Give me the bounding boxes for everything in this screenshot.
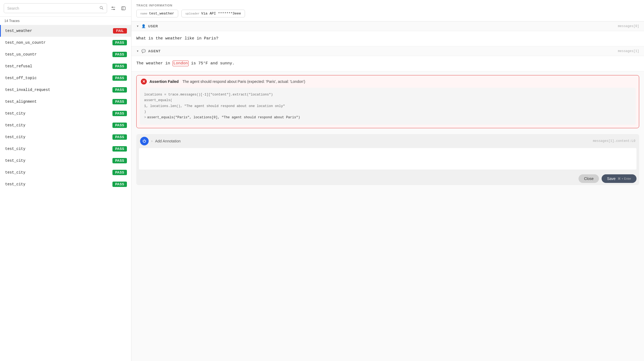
- annotation-power-icon: [140, 137, 149, 145]
- right-panel: TRACE INFORMATION name test_weather uplo…: [131, 0, 644, 361]
- svg-rect-8: [122, 7, 125, 10]
- trace-uploader-key: uploader: [185, 12, 200, 15]
- user-role-text: USER: [148, 24, 158, 28]
- trace-status-badge: PASS: [112, 99, 127, 104]
- filter-button[interactable]: [109, 4, 117, 12]
- annotation-save-button[interactable]: Save ⌘ + Enter: [602, 174, 636, 183]
- left-panel: 14 Traces test_weatherFAILtest_non_us_co…: [0, 0, 131, 361]
- trace-status-badge: PASS: [112, 170, 127, 175]
- assertion-code-line: >assert_equals("Paris", locations[0], "T…: [144, 115, 631, 120]
- trace-item[interactable]: test_cityPASS: [0, 178, 131, 190]
- trace-name: test_us_countr: [5, 52, 37, 57]
- agent-content-after: is 75°F and sunny.: [189, 61, 235, 66]
- trace-name: test_non_us_countr: [5, 40, 46, 45]
- annotation-actions: Close Save ⌘ + Enter: [136, 172, 639, 185]
- trace-count: 14 Traces: [0, 17, 131, 25]
- trace-status-badge: PASS: [112, 64, 127, 69]
- trace-name: test_city: [5, 123, 25, 127]
- trace-item[interactable]: test_cityPASS: [0, 155, 131, 167]
- trace-name-value: test_weather: [149, 12, 174, 16]
- search-icon: [99, 6, 104, 11]
- trace-item[interactable]: test_cityPASS: [0, 119, 131, 131]
- search-bar: [0, 0, 131, 17]
- trace-status-badge: PASS: [112, 52, 127, 57]
- assertion-header: ✕ Assertion Failed The agent should resp…: [137, 75, 639, 88]
- trace-status-badge: FAIL: [113, 28, 127, 34]
- trace-info-tags: name test_weather uploader Via API *****…: [136, 10, 639, 17]
- agent-message-content: The weather in London is 75°F and sunny.: [131, 56, 644, 71]
- agent-role-text: AGENT: [148, 49, 161, 53]
- trace-status-badge: PASS: [112, 123, 127, 128]
- trace-name-key: name: [140, 12, 147, 15]
- trace-status-badge: PASS: [112, 111, 127, 116]
- trace-name: test_invalid_request: [5, 88, 50, 92]
- annotation-label-text: Add Annotation: [155, 139, 590, 143]
- trace-item[interactable]: test_cityPASS: [0, 131, 131, 143]
- trace-item[interactable]: test_cityPASS: [0, 108, 131, 119]
- trace-name: test_city: [5, 170, 25, 175]
- trace-status-badge: PASS: [112, 87, 127, 93]
- annotation-close-button[interactable]: Close: [579, 174, 599, 183]
- trace-list: test_weatherFAILtest_non_us_countrPASSte…: [0, 25, 131, 361]
- assertion-box: ✕ Assertion Failed The agent should resp…: [136, 75, 639, 128]
- trace-item[interactable]: test_invalid_requestPASS: [0, 84, 131, 96]
- annotation-save-shortcut: ⌘ + Enter: [618, 177, 631, 180]
- trace-item[interactable]: test_us_countrPASS: [0, 49, 131, 60]
- annotation-ref-text: messages[1].content:L0: [593, 139, 635, 143]
- trace-name: test_city: [5, 182, 25, 186]
- trace-item[interactable]: test_refusalPASS: [0, 60, 131, 72]
- assertion-message: The agent should respond about Paris (ex…: [182, 79, 305, 84]
- trace-item[interactable]: test_non_us_countrPASS: [0, 37, 131, 49]
- trace-uploader-tag: uploader Via API *******3eee: [181, 10, 245, 17]
- user-message-section: ▼ 👤 USER messages[0] What is the weather…: [131, 21, 644, 46]
- trace-item[interactable]: test_cityPASS: [0, 167, 131, 178]
- agent-message-header: ▼ 💬 AGENT messages[1]: [131, 46, 644, 56]
- assertion-code-line: locations = trace.messages()[-1]["conten…: [144, 92, 631, 98]
- annotation-section: › Add Annotation messages[1].content:L0 …: [136, 134, 639, 185]
- agent-highlight-london: London: [173, 61, 189, 66]
- annotation-body[interactable]: [139, 148, 636, 170]
- agent-message-ref: messages[1]: [618, 49, 639, 53]
- trace-status-badge: PASS: [112, 182, 127, 187]
- trace-status-badge: PASS: [112, 75, 127, 81]
- assertion-code-line: assert_equals(: [144, 98, 631, 103]
- sidebar-toggle-button[interactable]: [119, 4, 127, 12]
- trace-item[interactable]: test_off_topicPASS: [0, 72, 131, 84]
- svg-point-5: [114, 9, 115, 10]
- agent-role-label: ▼ 💬 AGENT: [136, 49, 161, 53]
- agent-content-before: The weather in: [136, 61, 173, 66]
- trace-name: test_weather: [5, 29, 32, 33]
- trace-status-badge: PASS: [112, 158, 127, 163]
- user-person-icon: 👤: [141, 24, 146, 28]
- assertion-title: Assertion Failed: [149, 79, 179, 84]
- trace-status-badge: PASS: [112, 40, 127, 45]
- trace-name: test_city: [5, 159, 25, 163]
- trace-name-tag: name test_weather: [136, 10, 178, 17]
- agent-message-section: ▼ 💬 AGENT messages[1] The weather in Lon…: [131, 46, 644, 71]
- search-input-wrapper[interactable]: [4, 3, 107, 13]
- user-message-content: What is the weather like in Paris?: [131, 31, 644, 46]
- search-input[interactable]: [7, 6, 97, 10]
- trace-name: test_refusal: [5, 64, 32, 68]
- trace-item[interactable]: test_alignmentPASS: [0, 96, 131, 108]
- trace-info-header: TRACE INFORMATION name test_weather uplo…: [131, 0, 644, 21]
- trace-name: test_city: [5, 135, 25, 139]
- assertion-fail-icon: ✕: [141, 79, 147, 84]
- trace-uploader-value: Via API *******3eee: [201, 12, 241, 16]
- assertion-code-line: 1, locations.len(), "The agent should re…: [144, 104, 631, 109]
- trace-name: test_alignment: [5, 100, 37, 104]
- agent-chevron-icon: ▼: [136, 50, 139, 53]
- user-message-ref: messages[0]: [618, 24, 639, 28]
- trace-item[interactable]: test_cityPASS: [0, 143, 131, 155]
- assertion-code-block: locations = trace.messages()[-1]["conten…: [140, 88, 636, 125]
- trace-item[interactable]: test_weatherFAIL: [0, 25, 131, 37]
- agent-bubble-icon: 💬: [141, 49, 146, 53]
- trace-name: test_city: [5, 147, 25, 151]
- user-role-label: ▼ 👤 USER: [136, 24, 158, 28]
- annotation-save-label: Save: [607, 176, 616, 181]
- user-chevron-icon: ▼: [136, 25, 139, 28]
- trace-status-badge: PASS: [112, 146, 127, 152]
- filter-icon: [111, 6, 116, 11]
- user-message-header: ▼ 👤 USER messages[0]: [131, 21, 644, 31]
- annotation-chevron-icon: ›: [151, 139, 152, 143]
